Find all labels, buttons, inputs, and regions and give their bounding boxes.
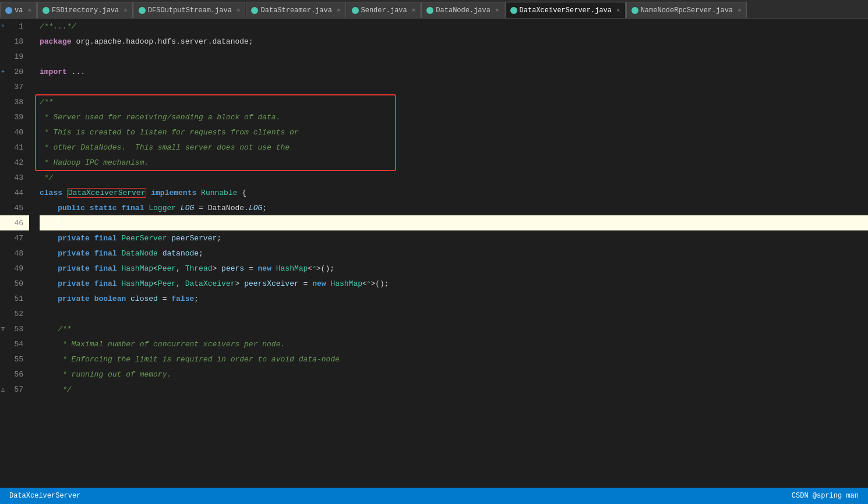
status-bar: DataXceiverServer CSDN @spring man [0,488,868,504]
tab-icon-sender [352,7,359,14]
tab-label-dataxceiverserver: DataXceiverServer.java [520,6,612,15]
tab-label-dfsoutputstream: DFSOutputStream.java [148,6,232,15]
code-line-49: private final HashMap<Peer, Thread> peer… [40,261,868,276]
line-num-18: 18 [0,34,29,49]
line-number-gutter: + 1 18 19 + 20 37 38 39 40 41 42 [0,19,35,488]
tab-close-fsdirectory[interactable]: × [124,7,128,14]
line-num-19: 19 [0,49,29,64]
line-num-45: 45 [0,200,29,215]
code-line-1: /**...*/ [40,19,868,34]
editor-main: + 1 18 19 + 20 37 38 39 40 41 42 [0,19,868,488]
line-num-40: 40 [0,125,29,140]
tab-label-datastreamer: DataStreamer.java [260,6,331,15]
code-line-41: * other DataNodes. This small server doe… [40,140,868,155]
tab-close-sender[interactable]: × [412,7,416,14]
code-line-44: class DataXceiverServer implements Runna… [40,185,868,200]
tab-datastreamer[interactable]: DataStreamer.java × [246,2,345,18]
fold-icon-1[interactable]: + [1,23,5,30]
fold-icon-20[interactable]: + [1,69,5,75]
tab-icon-fsdirectory [43,7,50,14]
tab-close-dataxceiverserver[interactable]: × [616,7,620,14]
fold-icon-53[interactable]: ▽ [1,325,5,332]
line-num-52: 52 [0,306,29,321]
line-num-43: 43 [0,170,29,185]
fold-end-icon-57[interactable]: △ [1,386,5,393]
tab-icon-datastreamer [251,7,258,14]
tab-icon-dfsoutputstream [139,7,146,14]
tab-dfsoutputstream[interactable]: DFSOutputStream.java × [133,2,246,18]
line-num-51: 51 [0,291,29,306]
line-num-1: + 1 [0,19,29,34]
tab-va[interactable]: va × [0,2,37,18]
tab-sender[interactable]: Sender.java × [347,2,421,18]
tab-close-datanode[interactable]: × [495,7,499,14]
tab-close-namenoderpcserver[interactable]: × [738,7,742,14]
code-line-45: public static final Logger LOG = DataNod… [40,200,868,215]
tab-icon-namenoderpcserver [631,7,638,14]
tab-label-va: va [15,6,23,15]
line-num-55: 55 [0,352,29,367]
tab-close-dfsoutputstream[interactable]: × [237,7,241,14]
tab-close-datastreamer[interactable]: × [337,7,341,14]
tab-label-datanode: DataNode.java [436,6,491,15]
line-num-42: 42 [0,155,29,170]
status-left: DataXceiverServer [9,492,80,500]
line-num-37: 37 [0,79,29,94]
line-num-41: 41 [0,140,29,155]
line-num-39: 39 [0,109,29,125]
code-line-38: /** [40,94,868,109]
code-line-54: * Maximal number of concurrent xceivers … [40,336,868,352]
code-line-42: * Hadoop IPC mechanism. [40,155,868,170]
code-line-46 [40,215,868,230]
code-line-40: * This is created to listen for requests… [40,125,868,140]
tab-icon-va [5,7,12,14]
line-num-48: 48 [0,246,29,261]
code-line-57: */ [40,382,868,397]
tab-fsdirectory[interactable]: FSDirectory.java × [37,2,133,18]
code-line-39: * Server used for receiving/sending a bl… [40,109,868,125]
line-num-50: 50 [0,276,29,291]
code-area[interactable]: /**...*/ package org.apache.hadoop.hdfs.… [35,19,868,488]
tab-icon-dataxceiverserver [510,7,517,14]
code-line-56: * running out of memory. [40,367,868,382]
code-line-51: private boolean closed = false; [40,291,868,306]
code-line-52 [40,306,868,321]
line-num-44: 44 [0,185,29,200]
code-line-19 [40,49,868,64]
status-right: CSDN @spring man [792,492,859,500]
tab-dataxceiverserver[interactable]: DataXceiverServer.java × [505,2,626,18]
code-line-48: private final DataNode datanode; [40,246,868,261]
code-line-53: /** [40,321,868,336]
tab-icon-datanode [426,7,433,14]
line-num-20: + 20 [0,64,29,79]
tab-namenoderpcserver[interactable]: NameNodeRpcServer.java × [626,2,747,18]
code-line-18: package org.apache.hadoop.hdfs.server.da… [40,34,868,49]
tab-label-fsdirectory: FSDirectory.java [52,6,119,15]
code-line-37 [40,79,868,94]
line-num-56: 56 [0,367,29,382]
line-num-47: 47 [0,230,29,246]
class-name-box: DataXceiverServer [67,188,147,198]
tab-datanode[interactable]: DataNode.java × [421,2,504,18]
line-num-38: 38 [0,94,29,109]
tab-label-sender: Sender.java [361,6,407,15]
code-line-47: private final PeerServer peerServer; [40,230,868,246]
line-num-49: 49 [0,261,29,276]
line-num-53: ▽ 53 [0,321,29,336]
tab-label-namenoderpcserver: NameNodeRpcServer.java [641,6,733,15]
code-line-50: private final HashMap<Peer, DataXceiver>… [40,276,868,291]
line-num-57: △ 57 [0,382,29,397]
tab-close-va[interactable]: × [27,7,31,14]
line-num-54: 54 [0,336,29,352]
tab-bar: va × FSDirectory.java × DFSOutputStream.… [0,0,868,19]
line-num-46: 46 [0,215,29,230]
code-line-55: * Enforcing the limit is required in ord… [40,352,868,367]
code-line-43: */ [40,170,868,185]
text-cursor [58,218,59,228]
code-line-20: import ... [40,64,868,79]
